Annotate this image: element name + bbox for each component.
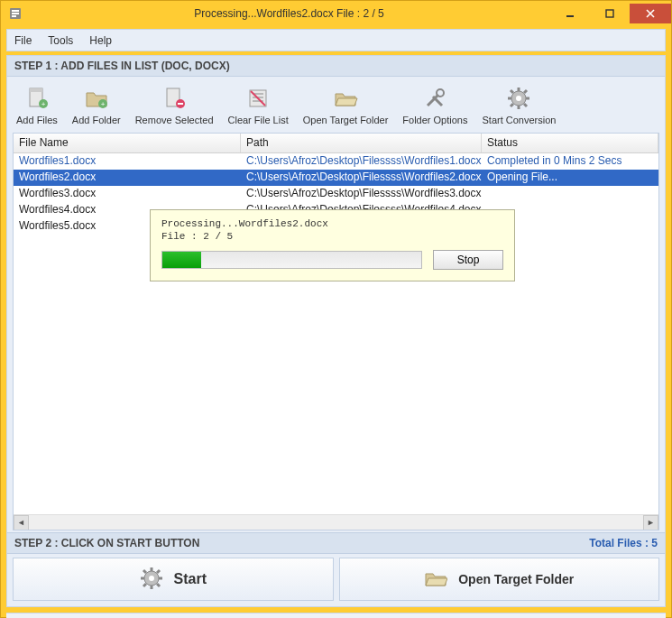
start-conversion-button[interactable]: Start Conversion — [474, 80, 563, 127]
svg-rect-3 — [12, 15, 16, 17]
menu-file[interactable]: File — [14, 34, 32, 47]
file-list-rows: Wordfiles1.docxC:\Users\Afroz\Desktop\Fi… — [14, 153, 658, 514]
svg-line-34 — [511, 104, 513, 106]
folder-open-icon — [331, 84, 360, 113]
scroll-right-arrow-icon[interactable]: ► — [643, 515, 658, 530]
svg-line-42 — [157, 584, 160, 586]
content-panel: STEP 1 : ADD FILES IN LIST (DOC, DOCX) +… — [6, 55, 666, 607]
open-target-folder-big-button[interactable]: Open Target Folder — [339, 558, 660, 601]
cell-file-name: Wordfiles1.docx — [14, 153, 241, 170]
svg-rect-5 — [606, 10, 613, 17]
cell-status — [482, 186, 658, 202]
gear-icon — [140, 567, 165, 592]
col-status[interactable]: Status — [482, 134, 658, 152]
clear-file-list-label: Clear File List — [228, 115, 289, 125]
open-target-folder-button[interactable]: Open Target Folder — [296, 80, 396, 127]
svg-line-32 — [524, 104, 527, 106]
window-title: Processing...Wordfiles2.docx File : 2 / … — [28, 7, 550, 20]
svg-line-44 — [143, 584, 146, 586]
popup-line2: File : 2 / 5 — [161, 231, 233, 242]
start-conversion-label: Start Conversion — [482, 115, 556, 125]
file-list-header: File Name Path Status — [14, 134, 658, 153]
bottom-buttons: Start Open Target Folder — [7, 554, 665, 606]
svg-point-23 — [437, 89, 444, 97]
svg-line-31 — [511, 90, 513, 93]
add-files-label: Add Files — [16, 115, 58, 125]
scroll-left-arrow-icon[interactable]: ◄ — [14, 515, 29, 530]
popup-line1: Processing...Wordfiles2.docx — [161, 218, 328, 229]
cell-status: Completed in 0 Mins 2 Secs — [482, 153, 658, 170]
tools-icon — [420, 84, 449, 113]
close-button[interactable] — [630, 4, 671, 23]
svg-text:+: + — [41, 100, 46, 108]
clear-file-list-button[interactable]: Clear File List — [221, 80, 296, 127]
svg-rect-16 — [178, 103, 183, 105]
svg-line-24 — [433, 97, 442, 106]
step2-header: STEP 2 : CLICK ON START BUTTON Total Fil… — [7, 532, 665, 554]
file-remove-icon — [160, 84, 189, 113]
toolbar: + Add Files + Add Folder Remove Selected… — [7, 77, 665, 131]
gear-icon — [504, 84, 533, 113]
add-folder-button[interactable]: + Add Folder — [65, 80, 128, 127]
minimize-button[interactable] — [550, 4, 590, 23]
remove-selected-button[interactable]: Remove Selected — [128, 80, 221, 127]
svg-line-43 — [157, 570, 160, 573]
file-list: File Name Path Status Wordfiles1.docxC:\… — [13, 133, 659, 530]
remove-selected-label: Remove Selected — [135, 115, 214, 125]
svg-point-26 — [516, 96, 521, 101]
start-button[interactable]: Start — [13, 558, 334, 601]
folder-add-icon: + — [82, 84, 111, 113]
table-row[interactable]: Wordfiles3.docxC:\Users\Afroz\Desktop\Fi… — [14, 186, 658, 202]
add-folder-label: Add Folder — [72, 115, 121, 125]
svg-line-33 — [524, 90, 527, 93]
stop-button[interactable]: Stop — [433, 250, 503, 270]
step2-label: STEP 2 : CLICK ON START BUTTON — [14, 537, 199, 549]
app-window: Processing...Wordfiles2.docx File : 2 / … — [0, 0, 672, 618]
progress-bar — [161, 251, 422, 269]
table-row[interactable]: Wordfiles1.docxC:\Users\Afroz\Desktop\Fi… — [14, 153, 658, 170]
statusbar: Status : Processing... — [6, 613, 666, 618]
cell-file-name: Wordfiles2.docx — [14, 170, 241, 186]
folder-options-label: Folder Options — [402, 115, 467, 125]
start-button-label: Start — [174, 571, 207, 587]
clear-list-icon — [244, 84, 272, 113]
svg-rect-1 — [12, 10, 19, 12]
table-row[interactable]: Wordfiles2.docxC:\Users\Afroz\Desktop\Fi… — [14, 170, 658, 186]
cell-status: Opening File... — [482, 170, 658, 186]
col-file-name[interactable]: File Name — [14, 134, 241, 152]
progress-fill — [162, 252, 201, 268]
open-target-folder-label: Open Target Folder — [303, 115, 389, 125]
horizontal-scrollbar[interactable]: ◄ ► — [14, 514, 658, 530]
col-path[interactable]: Path — [241, 134, 482, 152]
popup-text: Processing...Wordfiles2.docx File : 2 / … — [161, 217, 503, 243]
cell-path: C:\Users\Afroz\Desktop\Filessss\Wordfile… — [241, 186, 482, 202]
titlebar: Processing...Wordfiles2.docx File : 2 / … — [1, 1, 671, 26]
progress-popup: Processing...Wordfiles2.docx File : 2 / … — [150, 209, 515, 281]
maximize-button[interactable] — [590, 4, 630, 23]
menu-tools[interactable]: Tools — [48, 34, 73, 47]
folder-open-icon — [424, 567, 449, 592]
cell-file-name: Wordfiles3.docx — [14, 186, 241, 202]
window-buttons — [550, 4, 671, 23]
svg-line-41 — [143, 570, 146, 573]
svg-rect-9 — [30, 88, 42, 92]
step1-header: STEP 1 : ADD FILES IN LIST (DOC, DOCX) — [7, 56, 665, 77]
cell-path: C:\Users\Afroz\Desktop\Filessss\Wordfile… — [241, 170, 482, 186]
cell-path: C:\Users\Afroz\Desktop\Filessss\Wordfile… — [241, 153, 482, 170]
menu-help[interactable]: Help — [89, 34, 112, 47]
svg-rect-2 — [12, 13, 19, 14]
svg-rect-4 — [566, 15, 574, 17]
menubar: File Tools Help — [6, 29, 666, 51]
folder-options-button[interactable]: Folder Options — [395, 80, 474, 127]
file-add-icon: + — [23, 84, 51, 113]
app-icon — [8, 6, 23, 21]
svg-point-36 — [149, 576, 154, 581]
add-files-button[interactable]: + Add Files — [9, 80, 65, 127]
total-files: Total Files : 5 — [589, 537, 658, 549]
svg-text:+: + — [100, 100, 105, 108]
open-target-folder-big-label: Open Target Folder — [458, 572, 574, 586]
